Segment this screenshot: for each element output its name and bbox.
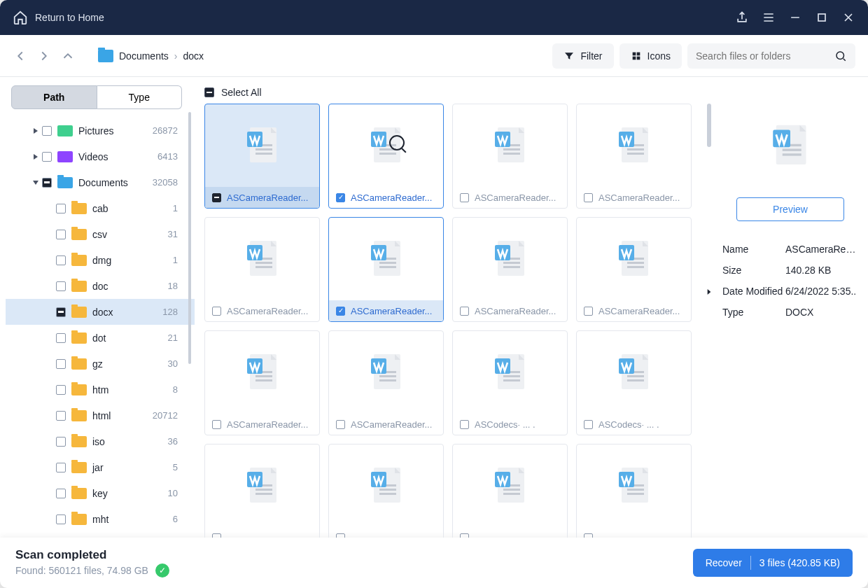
- sidebar-item-iso[interactable]: iso36: [6, 428, 195, 454]
- file-card[interactable]: ASCameraReader...: [576, 104, 692, 209]
- up-icon[interactable]: [60, 48, 76, 64]
- file-checkbox[interactable]: [212, 193, 221, 202]
- file-card[interactable]: [452, 444, 568, 538]
- checkbox[interactable]: [56, 411, 66, 421]
- file-checkbox[interactable]: [336, 193, 345, 202]
- file-card[interactable]: ASCameraReader...: [204, 217, 320, 322]
- label: docx: [92, 307, 162, 318]
- share-icon[interactable]: [735, 10, 749, 24]
- close-icon[interactable]: [841, 10, 855, 24]
- label: doc: [92, 281, 168, 292]
- sidebar-item-key[interactable]: key10: [6, 480, 195, 506]
- file-card[interactable]: ASCameraReader...: [452, 104, 568, 209]
- sidebar-item-doc[interactable]: doc18: [6, 273, 195, 299]
- file-card[interactable]: ASCodecs· ... .: [576, 330, 692, 435]
- sidebar-tab-type[interactable]: Type: [97, 85, 183, 109]
- file-checkbox[interactable]: [336, 420, 345, 429]
- sidebar-scrollbar[interactable]: [188, 112, 191, 538]
- file-checkbox[interactable]: [460, 533, 469, 538]
- checkbox[interactable]: [42, 126, 52, 136]
- file-checkbox[interactable]: [584, 307, 593, 316]
- checkbox[interactable]: [56, 333, 66, 343]
- file-checkbox[interactable]: [584, 193, 593, 202]
- checkbox[interactable]: [42, 152, 52, 162]
- sidebar-item-mht[interactable]: mht6: [6, 506, 195, 532]
- file-checkbox[interactable]: [212, 307, 221, 316]
- file-checkbox[interactable]: [584, 420, 593, 429]
- search-box[interactable]: [687, 43, 855, 69]
- checkbox[interactable]: [56, 359, 66, 369]
- sidebar-item-csv[interactable]: csv31: [6, 221, 195, 247]
- file-card[interactable]: ASCameraReader...: [204, 104, 320, 209]
- file-card[interactable]: ASCameraReader...: [576, 217, 692, 322]
- filter-button[interactable]: Filter: [552, 43, 613, 69]
- sidebar-item-dot[interactable]: dot21: [6, 325, 195, 351]
- file-checkbox[interactable]: [584, 533, 593, 538]
- file-card[interactable]: ASCameraReader...: [452, 217, 568, 322]
- file-card[interactable]: ASCameraReader...: [328, 217, 444, 322]
- sidebar-tab-path[interactable]: Path: [11, 85, 97, 109]
- file-card[interactable]: ASCameraReader...: [328, 104, 444, 209]
- caret-icon[interactable]: [31, 153, 41, 160]
- crumb-1[interactable]: docx: [183, 50, 204, 62]
- preview-button[interactable]: Preview: [736, 197, 844, 221]
- file-checkbox[interactable]: [212, 420, 221, 429]
- checkbox[interactable]: [56, 307, 66, 317]
- count: 1: [173, 255, 178, 265]
- file-checkbox[interactable]: [460, 193, 469, 202]
- file-card[interactable]: [576, 444, 692, 538]
- file-checkbox[interactable]: [336, 307, 345, 316]
- svg-rect-53: [379, 375, 396, 377]
- svg-rect-54: [379, 379, 396, 382]
- grid-scrollbar[interactable]: [707, 104, 711, 147]
- menu-icon[interactable]: [762, 10, 776, 24]
- recover-button[interactable]: Recover 3 files (420.85 KB): [693, 549, 853, 577]
- checkbox[interactable]: [42, 178, 52, 188]
- select-all-checkbox[interactable]: [204, 88, 214, 97]
- sidebar-item-dmg[interactable]: dmg1: [6, 247, 195, 273]
- file-checkbox[interactable]: [460, 307, 469, 316]
- sidebar-item-docx[interactable]: docx128: [6, 299, 195, 325]
- crumb-0[interactable]: Documents: [119, 50, 169, 62]
- return-to-home[interactable]: Return to Home: [13, 10, 104, 25]
- sidebar-item-videos[interactable]: Videos6413: [6, 144, 195, 169]
- maximize-icon[interactable]: [815, 10, 829, 24]
- search-input[interactable]: [696, 50, 834, 62]
- expand-handle[interactable]: [704, 287, 714, 300]
- forward-icon[interactable]: [36, 48, 52, 64]
- caret-icon[interactable]: [31, 179, 41, 186]
- file-card[interactable]: [328, 444, 444, 538]
- checkbox[interactable]: [56, 281, 66, 291]
- file-card[interactable]: ASCodecs· ... .: [452, 330, 568, 435]
- checkbox[interactable]: [56, 230, 66, 239]
- file-card[interactable]: ASCameraReader...: [204, 330, 320, 435]
- search-icon[interactable]: [834, 50, 847, 62]
- select-all-row[interactable]: Select All: [195, 77, 713, 104]
- checkbox[interactable]: [56, 437, 66, 447]
- sidebar-item-mof[interactable]: mof1: [6, 532, 195, 538]
- icons-view-button[interactable]: Icons: [620, 43, 682, 69]
- sidebar-item-jar[interactable]: jar5: [6, 454, 195, 480]
- checkbox[interactable]: [56, 514, 66, 524]
- sidebar-item-html[interactable]: html20712: [6, 402, 195, 428]
- sidebar-item-pictures[interactable]: Pictures26872: [6, 118, 195, 144]
- sidebar-item-cab[interactable]: cab1: [6, 195, 195, 221]
- checkbox[interactable]: [56, 204, 66, 214]
- caret-icon[interactable]: [31, 127, 41, 134]
- file-checkbox[interactable]: [336, 533, 345, 538]
- sidebar-item-gz[interactable]: gz30: [6, 351, 195, 377]
- checkbox[interactable]: [56, 255, 66, 265]
- back-icon[interactable]: [13, 48, 28, 64]
- checkbox[interactable]: [56, 463, 66, 472]
- sidebar-item-htm[interactable]: htm8: [6, 377, 195, 402]
- count: 31: [168, 229, 178, 239]
- label: dmg: [92, 255, 173, 266]
- checkbox[interactable]: [56, 489, 66, 498]
- file-checkbox[interactable]: [460, 420, 469, 429]
- checkbox[interactable]: [56, 385, 66, 395]
- file-checkbox[interactable]: [212, 533, 221, 538]
- sidebar-item-documents[interactable]: Documents32058: [6, 169, 195, 195]
- minimize-icon[interactable]: [788, 10, 802, 24]
- file-card[interactable]: ASCameraReader...: [328, 330, 444, 435]
- file-card[interactable]: [204, 444, 320, 538]
